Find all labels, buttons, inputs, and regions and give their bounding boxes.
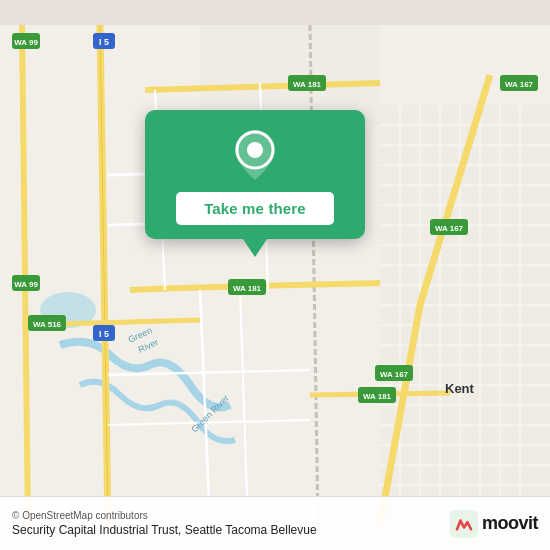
take-me-there-button[interactable]: Take me there (176, 192, 334, 225)
map-svg: Green River Green River I 5 I 5 WA 99 WA… (0, 0, 550, 550)
svg-point-58 (247, 142, 263, 158)
svg-text:WA 516: WA 516 (33, 320, 62, 329)
map-container: Green River Green River I 5 I 5 WA 99 WA… (0, 0, 550, 550)
svg-text:WA 167: WA 167 (380, 370, 409, 379)
svg-text:WA 167: WA 167 (505, 80, 534, 89)
location-title: Security Capital Industrial Trust, Seatt… (12, 523, 317, 537)
svg-text:WA 99: WA 99 (14, 38, 38, 47)
openstreetmap-attribution: © OpenStreetMap contributors (12, 510, 317, 521)
svg-text:Kent: Kent (445, 381, 475, 396)
svg-text:I 5: I 5 (99, 329, 109, 339)
svg-text:WA 99: WA 99 (14, 280, 38, 289)
location-popup: Take me there (145, 110, 365, 239)
svg-text:I 5: I 5 (99, 37, 109, 47)
svg-text:WA 167: WA 167 (435, 224, 464, 233)
moovit-brand-icon (450, 510, 478, 538)
svg-text:WA 181: WA 181 (233, 284, 262, 293)
attribution-left: © OpenStreetMap contributors Security Ca… (12, 510, 317, 537)
moovit-text: moovit (482, 513, 538, 534)
location-pin-icon (228, 128, 282, 182)
attribution-bar: © OpenStreetMap contributors Security Ca… (0, 496, 550, 550)
moovit-logo: moovit (450, 510, 538, 538)
svg-text:WA 181: WA 181 (293, 80, 322, 89)
svg-text:WA 181: WA 181 (363, 392, 392, 401)
svg-rect-59 (450, 510, 478, 538)
